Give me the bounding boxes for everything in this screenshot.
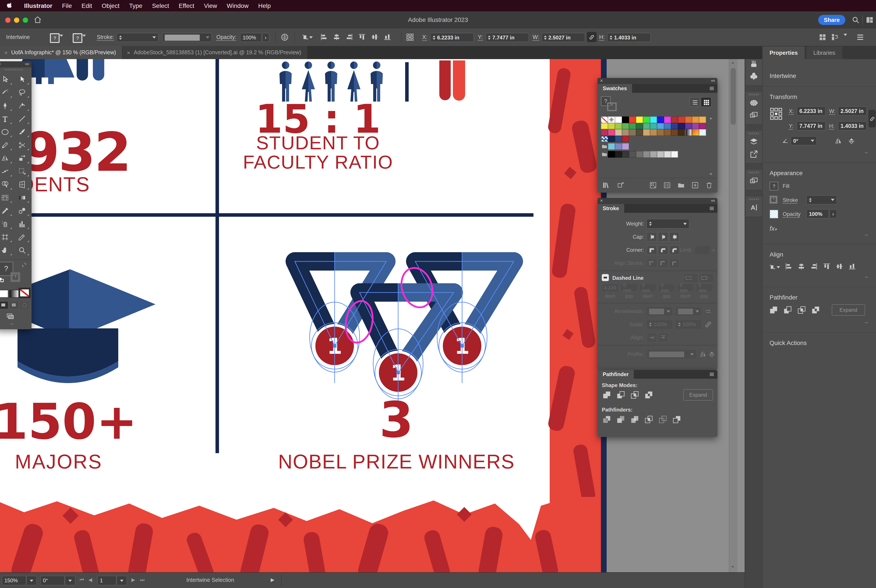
- align-middle-icon[interactable]: [835, 262, 844, 271]
- marquee-panel-icon[interactable]: [749, 98, 759, 108]
- direct-selection-tool-icon[interactable]: [14, 73, 31, 86]
- corner-miter-button[interactable]: [646, 245, 657, 255]
- swatch[interactable]: [699, 123, 706, 129]
- link-scales-icon[interactable]: [704, 321, 712, 328]
- swatch-scroll-up-icon[interactable]: [709, 117, 712, 119]
- swatch[interactable]: [657, 123, 664, 129]
- opacity-field[interactable]: 100%: [806, 209, 829, 219]
- collapse-panel-icon[interactable]: ««: [711, 198, 715, 203]
- scissors-tool-icon[interactable]: [14, 138, 31, 152]
- exclude-icon[interactable]: [811, 305, 820, 315]
- minus-back-icon[interactable]: [672, 415, 682, 424]
- workspace-grid-icon[interactable]: [818, 33, 827, 42]
- swatch-options-icon[interactable]: [663, 181, 671, 189]
- preserve-dash-button[interactable]: [683, 273, 698, 283]
- w-field[interactable]: 2.5027 in: [541, 33, 585, 42]
- reference-point-icon[interactable]: [406, 33, 414, 42]
- swatch[interactable]: [657, 129, 664, 135]
- align-left-icon[interactable]: [320, 33, 328, 41]
- draw-normal-button[interactable]: [0, 301, 8, 309]
- curvature-tool-icon[interactable]: [14, 99, 31, 112]
- swatch-scroll-down-icon[interactable]: [709, 173, 712, 175]
- swatch[interactable]: [622, 136, 629, 142]
- opacity-swatch[interactable]: [769, 210, 778, 219]
- align-center-icon[interactable]: [332, 33, 341, 41]
- menu-help[interactable]: Help: [253, 2, 276, 9]
- swatch[interactable]: [608, 143, 615, 150]
- fill-dropdown-icon[interactable]: [60, 37, 63, 43]
- align-right-icon[interactable]: [810, 262, 818, 271]
- swatch[interactable]: [615, 143, 622, 150]
- swatch[interactable]: [650, 151, 657, 158]
- shear-tool-icon[interactable]: [14, 152, 31, 165]
- tab-libraries[interactable]: Libraries: [806, 46, 842, 59]
- swatch[interactable]: [601, 123, 608, 129]
- h-field[interactable]: 1.4033 in: [838, 121, 867, 130]
- dashed-line-checkbox[interactable]: [602, 274, 609, 281]
- swatch[interactable]: [650, 129, 657, 135]
- panel-menu-icon[interactable]: [709, 86, 715, 92]
- stroke-dropdown-icon[interactable]: [82, 37, 86, 43]
- merge-icon[interactable]: [630, 415, 640, 424]
- swatch[interactable]: [629, 129, 636, 135]
- paintbrush-tool-icon[interactable]: [14, 125, 31, 138]
- crop-icon[interactable]: [644, 415, 654, 424]
- swatch[interactable]: [615, 117, 622, 123]
- slice-tool-icon[interactable]: [14, 230, 31, 243]
- pathfinder-more-icon[interactable]: [861, 321, 871, 324]
- rotation-field[interactable]: 0°: [40, 576, 65, 585]
- flip-horizontal-icon[interactable]: [834, 137, 842, 145]
- symbol-sprayer-tool-icon[interactable]: [0, 217, 14, 230]
- align-to-selection-icon[interactable]: [301, 33, 313, 42]
- align-stroke-center-button[interactable]: [646, 258, 657, 268]
- minus-front-icon[interactable]: [783, 305, 792, 315]
- grid-view-button[interactable]: [701, 97, 711, 107]
- close-panel-icon[interactable]: ×: [600, 78, 603, 83]
- swatch-gradient-bw[interactable]: [685, 129, 692, 135]
- share-button[interactable]: Share: [818, 15, 845, 25]
- swatch[interactable]: [643, 151, 650, 158]
- swap-fill-stroke-icon[interactable]: [21, 262, 27, 268]
- tab-properties[interactable]: Properties: [763, 46, 805, 59]
- miter-limit-field[interactable]: [695, 245, 711, 255]
- swatch[interactable]: [629, 123, 636, 129]
- appearance-more-icon[interactable]: [861, 233, 871, 237]
- scroll-up-icon[interactable]: [732, 62, 734, 63]
- reflect-tool-icon[interactable]: [0, 152, 14, 165]
- stroke-weight-combo[interactable]: [117, 33, 159, 42]
- intersect-icon[interactable]: [797, 305, 806, 315]
- swatch[interactable]: [608, 123, 615, 129]
- swatch[interactable]: [608, 151, 615, 158]
- align-more-icon[interactable]: [861, 275, 871, 279]
- dash-field[interactable]: 0 mm: [640, 284, 656, 292]
- character-panel-icon[interactable]: A: [749, 203, 759, 212]
- hand-tool-icon[interactable]: [0, 243, 14, 256]
- x-field[interactable]: 6.2233 in: [430, 33, 474, 42]
- workspace-switcher-icon[interactable]: [865, 16, 874, 24]
- eyedropper-tool-icon[interactable]: [0, 204, 14, 217]
- swatch[interactable]: [622, 151, 629, 158]
- x-field[interactable]: 6.2233 in: [797, 106, 826, 116]
- zoom-tool-icon[interactable]: [14, 243, 31, 256]
- swatch[interactable]: [622, 129, 629, 135]
- expand-button[interactable]: Expand: [683, 389, 713, 400]
- minus-front-icon[interactable]: [616, 390, 625, 400]
- artboard-number-field[interactable]: 1: [97, 576, 117, 585]
- blend-tool-icon[interactable]: [14, 204, 31, 217]
- menu-effect[interactable]: Effect: [174, 2, 199, 9]
- document-tab[interactable]: ×UofA Infographic* @ 150 % (RGB/Preview): [0, 46, 123, 59]
- menu-select[interactable]: Select: [147, 2, 174, 9]
- expand-button[interactable]: Expand: [832, 304, 865, 316]
- pencil-tool-icon[interactable]: [0, 138, 14, 152]
- y-field[interactable]: 7.7477 in: [797, 121, 826, 130]
- exclude-icon[interactable]: [644, 390, 654, 400]
- opacity-field[interactable]: 100%: [240, 33, 262, 42]
- swatch[interactable]: [622, 143, 629, 150]
- dock-group-grip[interactable]: [749, 172, 759, 173]
- scroll-down-icon[interactable]: [732, 566, 734, 568]
- swatch[interactable]: [678, 123, 685, 129]
- swatch-registration[interactable]: [608, 117, 615, 123]
- arrange-dropdown-icon[interactable]: [844, 36, 847, 42]
- magic-wand-tool-icon[interactable]: [0, 86, 14, 99]
- gradient-tool-icon[interactable]: [14, 191, 31, 204]
